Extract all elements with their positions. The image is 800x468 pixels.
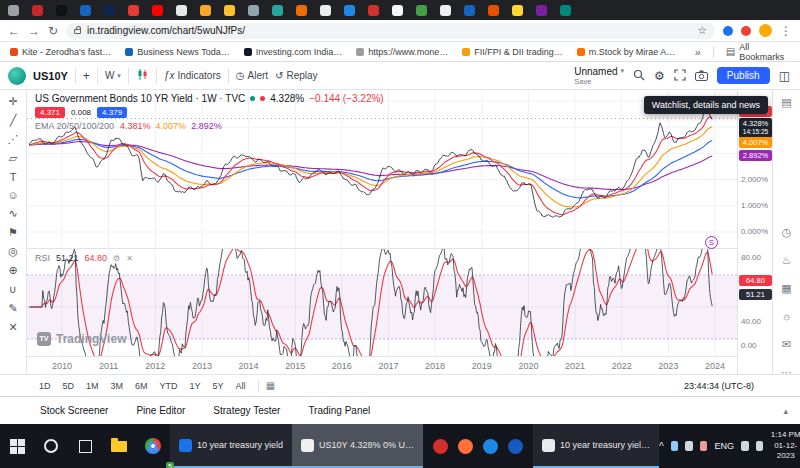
trend-line-tool-icon[interactable]: ╱ <box>0 111 26 130</box>
bookmark-item[interactable]: FII/FPI & DII trading… <box>462 47 563 57</box>
edit-tool-icon[interactable]: ✎ <box>0 299 26 318</box>
browser-tab[interactable] <box>56 5 67 16</box>
browser-tab[interactable] <box>104 5 115 16</box>
ideas-icon[interactable]: ☼ <box>773 310 800 322</box>
bookmarks-overflow-icon[interactable]: » <box>695 46 701 58</box>
taskbar-app-icon[interactable] <box>458 439 473 454</box>
bookmark-item[interactable]: Business News Toda… <box>125 47 229 57</box>
measure-tool-icon[interactable]: ◎ <box>0 242 26 261</box>
tray-expand-icon[interactable]: ^ <box>659 441 664 452</box>
magnet-tool-icon[interactable]: ∪ <box>0 280 26 299</box>
chart-region[interactable]: US Government Bonds 10 YR Yield · 1W · T… <box>27 90 737 374</box>
emoji-tool-icon[interactable]: ☺ <box>0 186 26 204</box>
bookmark-item[interactable]: Investing.com India… <box>244 47 343 57</box>
browser-tab[interactable] <box>416 5 427 16</box>
url-field[interactable]: in.tradingview.com/chart/5wuNJfPs/ ☆ <box>66 23 715 39</box>
time-axis[interactable]: 2010201120122013201420152016201720182019… <box>27 356 737 374</box>
watchlist-icon[interactable]: ▤ <box>773 96 800 109</box>
rsi-close-icon[interactable]: ✕ <box>126 254 133 263</box>
browser-tab[interactable] <box>296 5 307 16</box>
browser-tab[interactable] <box>128 5 139 16</box>
remove-tool-icon[interactable]: ✕ <box>0 318 26 337</box>
chart-type-icon[interactable] <box>136 68 149 83</box>
browser-tab[interactable] <box>392 5 403 16</box>
chrome-launcher-button[interactable]: 5 <box>136 424 170 468</box>
crosshair-tool-icon[interactable]: ✛ <box>0 92 26 111</box>
snapshot-camera-icon[interactable] <box>695 67 708 85</box>
main-price-chart[interactable] <box>27 90 737 248</box>
range-button-3m[interactable]: 3M <box>106 379 129 393</box>
browser-tab[interactable] <box>152 5 163 16</box>
tray-icon[interactable] <box>700 441 708 451</box>
chat-icon[interactable]: ✉ <box>773 338 800 351</box>
browser-menu-icon[interactable]: ⋮ <box>780 25 792 37</box>
rsi-pane-chart[interactable] <box>27 249 737 356</box>
browser-tab[interactable] <box>560 5 571 16</box>
timezone-clock[interactable]: 23:44:34 (UTC-8) <box>684 381 754 391</box>
file-explorer-button[interactable] <box>102 424 136 468</box>
settings-gear-icon[interactable]: ⚙ <box>654 70 665 82</box>
panel-expand-icon[interactable]: ▴ <box>783 406 788 416</box>
profile-avatar[interactable] <box>759 24 772 37</box>
back-icon[interactable]: ← <box>8 25 20 37</box>
range-button-6m[interactable]: 6M <box>130 379 153 393</box>
ema-legend[interactable]: EMA 20/50/100/200 4.381%4.007%2.892% <box>35 121 222 131</box>
bottom-tab[interactable]: Trading Panel <box>308 405 370 416</box>
user-avatar[interactable] <box>8 67 26 85</box>
taskbar-window[interactable]: US10Y 4.328% 0% U… <box>292 424 423 468</box>
browser-tab[interactable] <box>368 5 379 16</box>
range-button-ytd[interactable]: YTD <box>155 379 183 393</box>
alert-button[interactable]: ◷ Alert <box>236 70 268 81</box>
browser-tab[interactable] <box>80 5 91 16</box>
start-button[interactable] <box>0 424 34 468</box>
taskbar-search-button[interactable] <box>34 424 68 468</box>
range-button-1y[interactable]: 1Y <box>185 379 206 393</box>
extension-icon[interactable] <box>741 26 751 36</box>
go-to-date-icon[interactable]: ▦ <box>266 380 275 391</box>
browser-tab[interactable] <box>512 5 523 16</box>
replay-button[interactable]: ↺ Replay <box>275 70 318 81</box>
price-axis[interactable]: 4.381%4.328%14:15:254.007%2.892%2.000%1.… <box>737 90 772 374</box>
forward-icon[interactable]: → <box>28 25 40 37</box>
tray-icon[interactable] <box>685 441 693 451</box>
compare-add-icon[interactable]: + <box>83 70 90 82</box>
all-bookmarks-button[interactable]: ▤ All Bookmarks <box>726 42 790 62</box>
browser-tab[interactable] <box>176 5 187 16</box>
reload-icon[interactable]: ↻ <box>48 25 58 37</box>
range-button-all[interactable]: All <box>231 379 251 393</box>
symbol-button[interactable]: US10Y <box>33 70 68 82</box>
language-indicator[interactable]: ENG <box>714 441 734 451</box>
text-tool-icon[interactable]: T <box>0 168 26 186</box>
browser-tab[interactable] <box>320 5 331 16</box>
bottom-tab[interactable]: Stock Screener <box>40 405 108 416</box>
fullscreen-icon[interactable] <box>674 67 686 85</box>
rsi-legend[interactable]: RSI 51.21 64.80 ⚙ ✕ <box>35 253 133 263</box>
fib-tool-icon[interactable]: ⋰ <box>0 130 26 149</box>
calendar-icon[interactable]: ▦ <box>773 282 800 295</box>
bookmark-star-icon[interactable]: ☆ <box>697 24 707 37</box>
range-button-1d[interactable]: 1D <box>34 379 56 393</box>
chart-legend-title[interactable]: US Government Bonds 10 YR Yield · 1W · T… <box>35 93 245 104</box>
taskbar-app-icon[interactable] <box>483 439 498 454</box>
range-button-1m[interactable]: 1M <box>81 379 104 393</box>
browser-tab[interactable] <box>488 5 499 16</box>
extension-icon[interactable] <box>723 26 733 36</box>
pattern-tool-icon[interactable]: ∿ <box>0 204 26 223</box>
browser-tab[interactable] <box>224 5 235 16</box>
rsi-settings-icon[interactable]: ⚙ <box>113 254 120 263</box>
browser-tab[interactable] <box>464 5 475 16</box>
browser-tab[interactable] <box>536 5 547 16</box>
browser-tab[interactable] <box>200 5 211 16</box>
taskbar-window[interactable]: 10 year treasury yiel… <box>533 424 659 468</box>
bookmark-item[interactable]: Kite - Zerodha's fast… <box>10 47 111 57</box>
bottom-tab[interactable]: Strategy Tester <box>213 405 280 416</box>
bookmark-item[interactable]: https://www.mone… <box>356 47 448 57</box>
bottom-tab[interactable]: Pine Editor <box>136 405 185 416</box>
taskbar-clock[interactable]: 1:14 PM 01-12-2023 <box>770 430 800 461</box>
bookmark-item[interactable]: m.Stock by Mirae A… <box>577 47 676 57</box>
publish-button[interactable]: Publish <box>717 67 770 84</box>
indicators-button[interactable]: ƒx Indicators <box>164 70 221 81</box>
quick-search-icon[interactable] <box>633 67 645 85</box>
browser-tab[interactable] <box>8 5 19 16</box>
interval-button[interactable]: W ▾ <box>105 70 121 81</box>
